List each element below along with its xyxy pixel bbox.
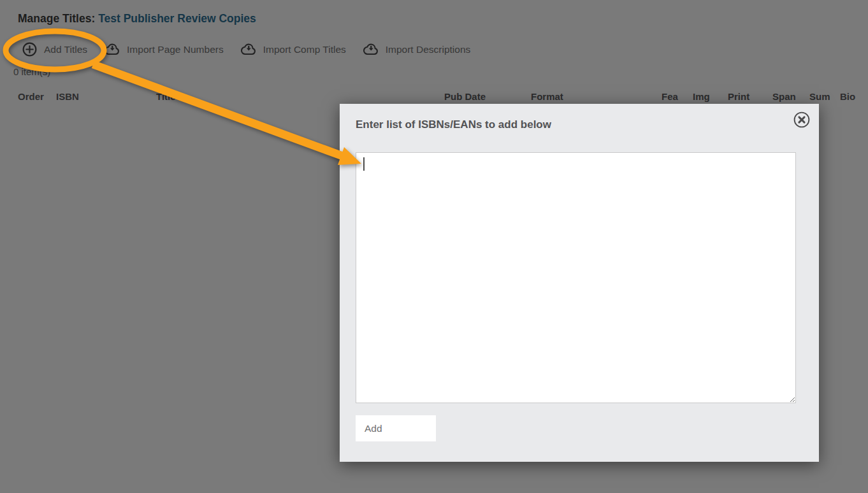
isbn-list-textarea[interactable] bbox=[356, 152, 796, 403]
text-caret bbox=[363, 157, 365, 171]
add-button[interactable]: Add bbox=[356, 415, 436, 441]
close-button[interactable] bbox=[793, 111, 811, 129]
modal-title: Enter list of ISBNs/EANs to add below bbox=[356, 118, 551, 131]
add-titles-modal: Enter list of ISBNs/EANs to add below Ad… bbox=[340, 104, 819, 462]
circle-x-icon bbox=[793, 121, 811, 131]
